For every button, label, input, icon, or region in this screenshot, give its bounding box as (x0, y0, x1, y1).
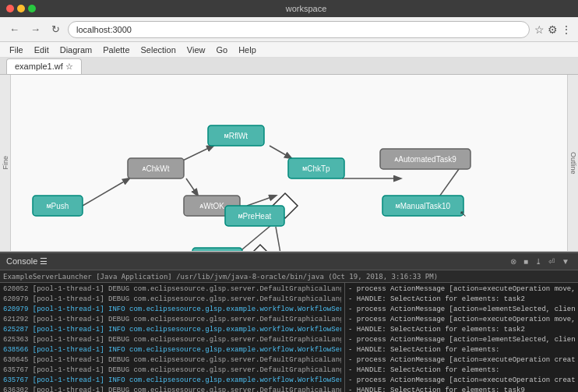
console-action-5: - HANDLE: SelectAction for elements: tas… (348, 325, 575, 335)
window-title: workspace (41, 4, 572, 13)
console-line-8: 630645 [pool-1-thread-1] DEBUG com.eclip… (3, 355, 341, 366)
console-action-7: - HANDLE: SelectAction for elements: (348, 345, 575, 355)
minimize-button[interactable] (17, 5, 25, 12)
menu-file[interactable]: File (5, 44, 28, 56)
menu-palette[interactable]: Palette (98, 44, 134, 56)
menu-diagram[interactable]: Diagram (55, 44, 97, 56)
right-sidebar-label: Outline (569, 152, 577, 175)
console-action-2: - HANDLE: SelectAction for elements: tas… (348, 295, 575, 305)
console-left-panel: 620052 [pool-1-thread-1] DEBUG com.eclip… (0, 283, 344, 392)
svg-text:MManualTask10: MManualTask10 (396, 202, 451, 210)
console-line-6: 625363 [pool-1-thread-1] DEBUG com.eclip… (3, 335, 341, 345)
maximize-button[interactable] (28, 5, 36, 12)
console-run-info: ExampleServerLauncher [Java Application]… (0, 270, 578, 283)
console-line-7: 638566 [pool-1-thread-1] INFO com.eclips… (3, 345, 341, 355)
edge-push-chkwt (83, 178, 129, 206)
cursor-indicator: ↖ (460, 209, 467, 218)
console-action-3: - process ActionMessage [action=elementS… (348, 305, 575, 315)
menu-help[interactable]: Help (234, 44, 261, 56)
back-button[interactable]: ← (6, 22, 23, 37)
edge-chkwt-wiok (186, 178, 198, 196)
diagram-area[interactable]: Fine Outline (0, 75, 578, 252)
refresh-button[interactable]: ↻ (48, 22, 63, 37)
left-sidebar: Fine (0, 75, 11, 251)
console-action-6: - process ActionMessage [action=elementS… (348, 335, 575, 345)
console-action-10: - process ActionMessage [action=executeO… (348, 376, 575, 386)
menu-icon[interactable]: ⋮ (561, 23, 572, 36)
edge-rflwt-chktp (270, 146, 291, 158)
main-area: Fine Outline (0, 75, 578, 392)
console-line-5: 625287 [pool-1-thread-1] INFO com.eclips… (3, 325, 341, 335)
menu-selection[interactable]: Selection (136, 44, 181, 56)
console-collapse-button[interactable]: ▼ (559, 256, 572, 267)
console-line-10: 635767 [pool-1-thread-1] INFO com.eclips… (3, 376, 341, 386)
console-line-3: 620979 [pool-1-thread-1] INFO com.eclips… (3, 305, 341, 315)
console-action-4: - process ActionMessage [action=executeO… (348, 315, 575, 325)
console-action-1: - process ActionMessage [action=executeO… (348, 284, 575, 295)
console-line-2: 620979 [pool-1-thread-1] DEBUG com.eclip… (3, 295, 341, 305)
console-action-9: - HANDLE: SelectAction for elements: (348, 366, 575, 376)
tabs-bar: example1.wf ☆ (0, 58, 578, 75)
console-action-8: - process ActionMessage [action=executeO… (348, 355, 575, 366)
svg-text:MPreHeat: MPreHeat (238, 212, 272, 221)
console-word-wrap-button[interactable]: ⏎ (546, 256, 557, 267)
console-toolbar: ⊗ ■ ⤓ ⏎ ▼ (508, 256, 572, 267)
console-area: Console ☰ ⊗ ■ ⤓ ⏎ ▼ ExampleServerLaunche… (0, 252, 578, 392)
menu-go[interactable]: Go (211, 44, 232, 56)
console-stop-button[interactable]: ■ (521, 256, 530, 267)
browser-actions: ☆ ⚙ ⋮ (534, 23, 572, 36)
console-line-11: 636302 [pool-1-thread-1] DEBUG com.eclip… (3, 386, 341, 392)
bookmark-icon[interactable]: ☆ (534, 23, 545, 36)
settings-icon[interactable]: ⚙ (548, 23, 558, 36)
browser-bar: ← → ↻ localhost:3000 ☆ ⚙ ⋮ (0, 17, 578, 42)
console-line-9: 635767 [pool-1-thread-1] DEBUG com.eclip… (3, 366, 341, 376)
console-line-1: 620052 [pool-1-thread-1] DEBUG com.eclip… (3, 284, 341, 295)
svg-text:AWtOK: AWtOK (199, 202, 224, 210)
console-header: Console ☰ ⊗ ■ ⤓ ⏎ ▼ (0, 253, 578, 270)
menu-view[interactable]: View (182, 44, 210, 56)
console-run-label: ExampleServerLauncher [Java Application]… (3, 273, 438, 281)
close-button[interactable] (6, 5, 14, 12)
menu-bar: File Edit Diagram Palette Selection View… (0, 42, 578, 58)
console-scroll-lock-button[interactable]: ⤓ (533, 256, 544, 267)
console-right-panel: - process ActionMessage [action=executeO… (344, 283, 578, 392)
svg-text:AChkWt: AChkWt (142, 164, 169, 173)
diamond-decision2[interactable] (248, 245, 273, 252)
window-controls[interactable] (6, 5, 36, 12)
console-line-4: 621292 [pool-1-thread-1] DEBUG com.eclip… (3, 315, 341, 325)
tab-example1[interactable]: example1.wf ☆ (6, 58, 82, 74)
title-bar: workspace (0, 0, 578, 17)
node-brew[interactable] (192, 248, 242, 252)
workflow-diagram[interactable]: MPush AChkWt AWtOK MRflWt MChkTp MPreHea… (11, 75, 567, 252)
svg-text:AAutomatedTask9: AAutomatedTask9 (394, 155, 456, 164)
edge-wiok-diamond1 (247, 196, 276, 206)
right-sidebar: Outline (567, 75, 578, 251)
url-text: localhost:3000 (76, 25, 132, 34)
edge-preheat-keeptp (276, 227, 286, 252)
address-bar[interactable]: localhost:3000 (68, 21, 530, 38)
console-action-11: - HANDLE: SelectAction for elements: tas… (348, 386, 575, 392)
svg-text:MChkTp: MChkTp (302, 164, 330, 173)
console-title: Console ☰ (6, 256, 48, 267)
left-sidebar-label: Fine (2, 156, 9, 170)
menu-edit[interactable]: Edit (30, 44, 54, 56)
console-content[interactable]: 620052 [pool-1-thread-1] DEBUG com.eclip… (0, 283, 578, 392)
tab-label: example1.wf ☆ (15, 62, 73, 71)
forward-button[interactable]: → (27, 22, 44, 37)
console-clear-button[interactable]: ⊗ (508, 256, 519, 267)
